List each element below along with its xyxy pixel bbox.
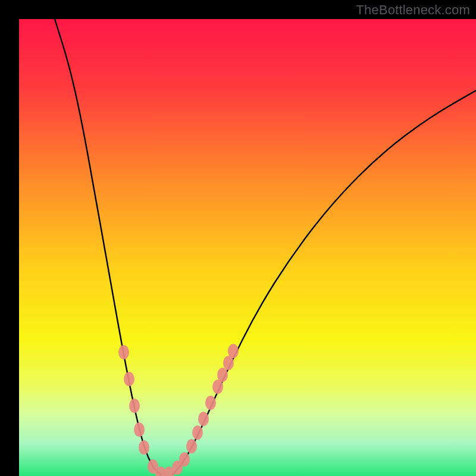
marker-dot [198, 412, 209, 426]
marker-dot [179, 452, 190, 466]
chart-svg [19, 19, 476, 476]
marker-dot [118, 345, 129, 359]
marker-dot [192, 425, 203, 440]
plot-area [19, 19, 476, 476]
marker-dot [139, 440, 149, 455]
marker-dot [205, 396, 216, 410]
marker-dot [186, 439, 197, 453]
marker-dot [134, 422, 145, 437]
chart-frame: TheBottleneck.com [0, 0, 476, 476]
marker-dot [217, 368, 228, 382]
gradient-background [19, 19, 476, 476]
marker-dot [228, 344, 239, 358]
marker-dot [129, 399, 140, 413]
watermark-text: TheBottleneck.com [356, 2, 470, 18]
marker-dot [124, 372, 134, 386]
